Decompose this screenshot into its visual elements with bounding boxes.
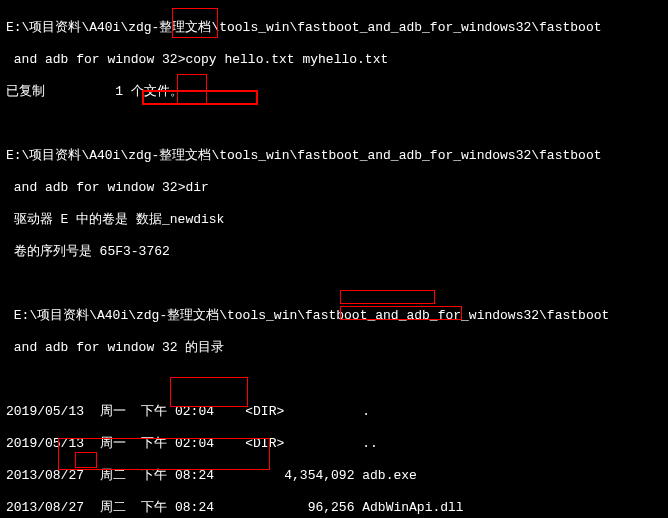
term-line: E:\项目资料\A40i\zdg-整理文档\tools_win\fastboot… (6, 148, 601, 163)
term-line: 2019/05/13 周一 下午 02:04 <DIR> .. (6, 436, 378, 451)
term-line: E:\项目资料\A40i\zdg-整理文档\tools_win\fastboot… (6, 20, 601, 35)
term-line: and adb for window 32>copy hello.txt myh… (6, 52, 388, 67)
term-line: 已复制 1 个文件。 (6, 84, 183, 99)
term-line: E:\项目资料\A40i\zdg-整理文档\tools_win\fastboot… (6, 308, 609, 323)
term-line: 2013/08/27 周二 下午 08:24 96,256 AdbWinApi.… (6, 500, 464, 515)
term-line: 驱动器 E 中的卷是 数据_newdisk (6, 212, 224, 227)
term-line: and adb for window 32>dir (6, 180, 209, 195)
term-line: 卷的序列号是 65F3-3762 (6, 244, 170, 259)
term-line: and adb for window 32 的目录 (6, 340, 224, 355)
term-line: 2013/08/27 周二 下午 08:24 4,354,092 adb.exe (6, 468, 417, 483)
terminal-output[interactable]: E:\项目资料\A40i\zdg-整理文档\tools_win\fastboot… (0, 0, 660, 518)
term-line: 2019/05/13 周一 下午 02:04 <DIR> . (6, 404, 370, 419)
